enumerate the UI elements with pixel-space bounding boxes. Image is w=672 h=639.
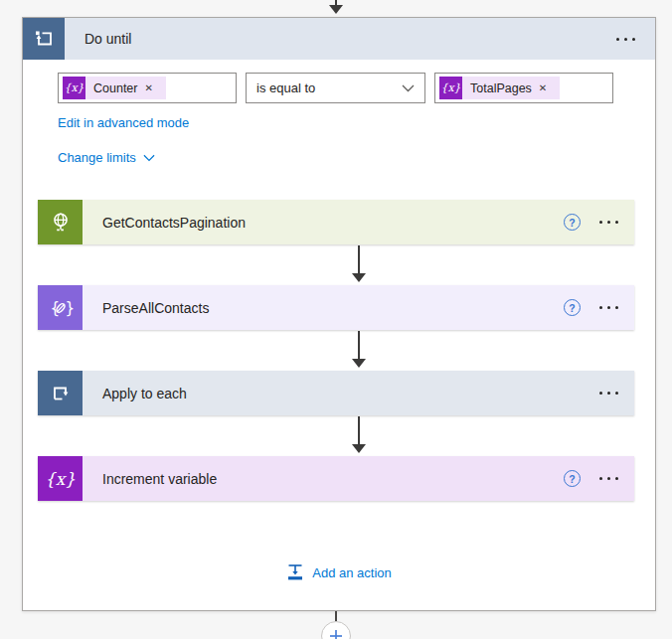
menu-button[interactable]	[597, 471, 620, 486]
parse-json-icon: { }	[38, 285, 83, 330]
action-card-increment-variable[interactable]: {x} Increment variable ?	[38, 456, 634, 501]
remove-token-button[interactable]: ✕	[144, 82, 152, 93]
condition-left-input[interactable]: {x} Counter ✕	[58, 73, 237, 103]
variable-icon: {x}	[38, 456, 83, 501]
menu-button[interactable]	[597, 215, 620, 230]
remove-token-button[interactable]: ✕	[539, 82, 547, 93]
down-arrow-icon	[348, 331, 370, 369]
add-action-icon	[286, 563, 304, 581]
do-until-icon	[23, 18, 65, 60]
operator-value: is equal to	[256, 80, 315, 95]
menu-button[interactable]	[597, 386, 620, 400]
plus-icon	[329, 629, 343, 639]
token-label: Counter	[93, 81, 137, 95]
svg-text:}: }	[65, 299, 73, 317]
globe-icon	[38, 200, 83, 244]
help-icon: ?	[569, 473, 575, 485]
action-card-parseallcontacts[interactable]: { } ParseAllContacts ?	[38, 285, 634, 330]
do-until-scope: Do until {x} Counter ✕ is equal to {x} T…	[22, 17, 656, 611]
ellipsis-icon	[599, 221, 618, 224]
down-arrow-icon	[348, 416, 370, 454]
scope-title: Do until	[84, 31, 131, 47]
ellipsis-icon	[599, 392, 618, 395]
do-until-header[interactable]: Do until	[23, 18, 655, 60]
add-action-button[interactable]: Add an action	[23, 563, 655, 581]
action-label: GetContactsPagination	[102, 215, 246, 231]
action-card-getcontactspagination[interactable]: GetContactsPagination ?	[38, 200, 634, 244]
apply-to-each-icon	[38, 371, 83, 415]
help-button[interactable]: ?	[564, 299, 581, 316]
variable-icon: {x}	[439, 77, 462, 99]
connector-line	[335, 611, 337, 621]
ellipsis-icon	[616, 38, 635, 41]
operator-select[interactable]: is equal to	[246, 73, 425, 103]
action-label: Increment variable	[102, 471, 217, 487]
action-label: ParseAllContacts	[102, 300, 209, 316]
svg-text:{: {	[50, 299, 60, 317]
action-label: Apply to each	[102, 386, 187, 401]
help-button[interactable]: ?	[564, 214, 581, 231]
down-arrow-icon	[325, 0, 347, 15]
menu-button[interactable]	[614, 32, 637, 47]
add-action-label: Add an action	[312, 565, 392, 580]
edit-advanced-mode-link[interactable]: Edit in advanced mode	[58, 115, 189, 130]
variable-icon: {x}	[63, 77, 85, 99]
variable-token: {x} TotalPages ✕	[439, 77, 560, 99]
insert-step-button[interactable]	[321, 621, 351, 639]
menu-button[interactable]	[597, 300, 620, 315]
help-icon: ?	[569, 302, 575, 314]
condition-right-input[interactable]: {x} TotalPages ✕	[434, 73, 613, 103]
down-arrow-icon	[348, 245, 370, 283]
chevron-down-icon	[402, 84, 415, 92]
action-card-apply-to-each[interactable]: Apply to each	[38, 371, 634, 415]
change-limits-link[interactable]: Change limits	[58, 150, 155, 165]
chevron-down-icon	[143, 154, 155, 162]
token-label: TotalPages	[470, 81, 532, 95]
ellipsis-icon	[599, 477, 618, 480]
variable-token: {x} Counter ✕	[63, 77, 166, 99]
flow-designer-canvas: Do until {x} Counter ✕ is equal to {x} T…	[0, 0, 672, 639]
help-button[interactable]: ?	[564, 470, 581, 487]
change-limits-label: Change limits	[58, 150, 136, 165]
help-icon: ?	[569, 217, 575, 229]
ellipsis-icon	[599, 306, 618, 309]
